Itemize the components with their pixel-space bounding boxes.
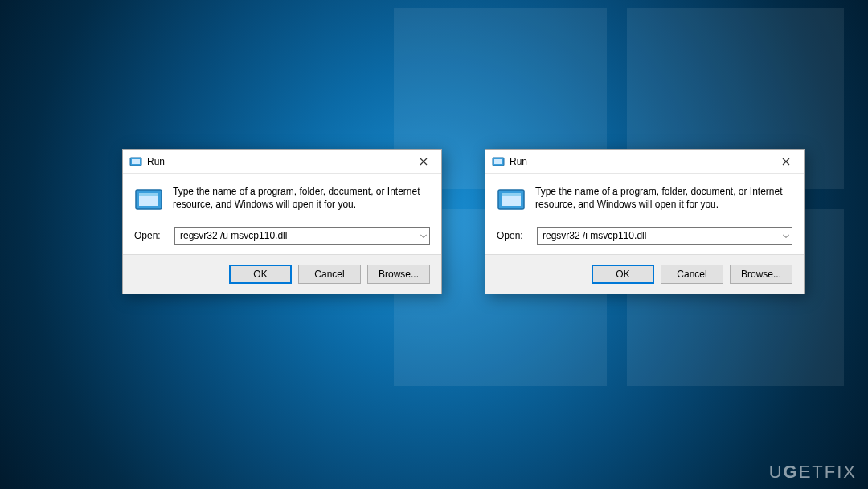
- watermark: UGETFIX: [769, 462, 857, 483]
- run-icon: [129, 155, 142, 168]
- run-dialog-right: Run Type the name of a program, folder, …: [485, 149, 805, 294]
- cancel-button[interactable]: Cancel: [661, 265, 723, 284]
- close-icon: [782, 155, 790, 168]
- open-combobox[interactable]: [174, 227, 430, 244]
- run-large-icon: [134, 185, 163, 214]
- open-combobox[interactable]: [537, 227, 792, 244]
- dialog-button-row: OK Cancel Browse...: [485, 254, 804, 294]
- browse-button[interactable]: Browse...: [730, 265, 792, 284]
- ok-button[interactable]: OK: [229, 265, 292, 284]
- open-label: Open:: [497, 230, 529, 241]
- titlebar[interactable]: Run: [485, 150, 804, 174]
- ok-button[interactable]: OK: [592, 265, 654, 284]
- svg-rect-1: [132, 159, 140, 164]
- open-label: Open:: [134, 230, 166, 241]
- close-icon: [420, 155, 428, 168]
- run-description: Type the name of a program, folder, docu…: [535, 185, 784, 214]
- svg-rect-9: [502, 193, 521, 196]
- window-title: Run: [510, 156, 768, 167]
- open-input[interactable]: [537, 227, 792, 244]
- window-title: Run: [147, 156, 405, 167]
- dialog-button-row: OK Cancel Browse...: [123, 254, 441, 294]
- titlebar[interactable]: Run: [123, 150, 441, 174]
- svg-rect-6: [494, 159, 502, 164]
- close-button[interactable]: [768, 150, 804, 174]
- browse-button[interactable]: Browse...: [367, 265, 430, 284]
- cancel-button[interactable]: Cancel: [298, 265, 361, 284]
- run-dialog-left: Run Type the name of a program, folder, …: [122, 149, 442, 294]
- open-input[interactable]: [174, 227, 430, 244]
- run-description: Type the name of a program, folder, docu…: [173, 185, 422, 214]
- run-icon: [492, 155, 505, 168]
- svg-rect-4: [139, 193, 158, 196]
- close-button[interactable]: [405, 150, 441, 174]
- run-large-icon: [497, 185, 526, 214]
